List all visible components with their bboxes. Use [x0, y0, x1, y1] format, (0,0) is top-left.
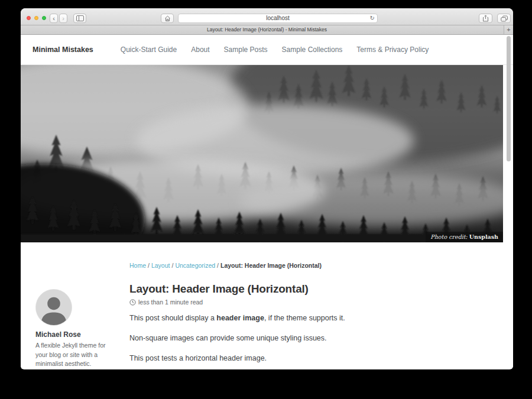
nav-link-about[interactable]: About [191, 46, 209, 54]
nav-link-terms-privacy-policy[interactable]: Terms & Privacy Policy [356, 46, 429, 54]
sidebar-toggle-button[interactable] [73, 14, 86, 23]
breadcrumb-separator: / [148, 262, 150, 269]
nav-link-sample-collections[interactable]: Sample Collections [282, 46, 343, 54]
show-tabs-button[interactable] [497, 14, 511, 23]
site-masthead: Minimal Mistakes Quick-Start Guide About… [21, 35, 513, 65]
photo-credit: Photo credit: Unsplash [426, 232, 503, 242]
forward-icon: › [62, 15, 64, 22]
scrollbar-thumb[interactable] [507, 36, 511, 161]
paragraph-text: , if the theme supports it. [264, 314, 345, 322]
address-bar[interactable]: localhost ↻ [178, 14, 378, 23]
foggy-forest-illustration [21, 65, 503, 242]
post-title: Layout: Header Image (Horizontal) [129, 282, 501, 296]
header-image: Photo credit: Unsplash [21, 65, 503, 242]
read-time: less than 1 minute read [138, 299, 203, 306]
tabs-icon [501, 15, 508, 22]
active-tab[interactable]: Layout: Header Image (Horizontal) - Mini… [21, 25, 513, 34]
back-icon: ‹ [53, 15, 55, 22]
back-button[interactable]: ‹ [50, 14, 58, 23]
nav-link-quick-start-guide[interactable]: Quick-Start Guide [121, 46, 177, 54]
address-text: localhost [266, 15, 289, 21]
paragraph-text: This post should display a [129, 314, 216, 322]
site-title-link[interactable]: Minimal Mistakes [33, 46, 93, 54]
paragraph-bold-text: header image [216, 314, 264, 322]
post-paragraph-2: Non-square images can provide some uniqu… [129, 333, 501, 343]
post-paragraph-3: This post tests a horizontal header imag… [129, 353, 501, 363]
browser-window: ‹ › localhost ↻ [21, 8, 513, 369]
post-meta: less than 1 minute read [129, 299, 501, 306]
breadcrumb: Home/Layout/Uncategorized/Layout: Header… [129, 262, 501, 269]
site-nav: Quick-Start Guide About Sample Posts Sam… [121, 46, 429, 54]
nav-link-sample-posts[interactable]: Sample Posts [224, 46, 268, 54]
breadcrumb-link-home[interactable]: Home [129, 262, 146, 269]
share-button[interactable] [479, 14, 492, 23]
new-tab-button[interactable]: + [504, 25, 513, 34]
clock-icon [129, 299, 136, 306]
home-button[interactable] [161, 14, 174, 23]
photo-credit-source-link[interactable]: Unsplash [469, 233, 498, 240]
minimize-window-button[interactable] [34, 16, 38, 20]
author-bio: A flexible Jekyll theme for your blog or… [35, 341, 113, 369]
zoom-window-button[interactable] [42, 16, 46, 20]
person-silhouette-icon [36, 290, 72, 325]
post-article: Home/Layout/Uncategorized/Layout: Header… [129, 262, 501, 369]
sidebar-icon [76, 15, 84, 21]
post-paragraph-1: This post should display a header image,… [129, 313, 501, 323]
forward-button[interactable]: › [59, 14, 67, 23]
reload-button[interactable]: ↻ [370, 14, 375, 22]
desktop: { "browser": { "address": "localhost", "… [0, 0, 532, 399]
photo-credit-label: Photo credit: [430, 233, 469, 240]
breadcrumb-separator: / [171, 262, 173, 269]
author-sidebar: Michael Rose A flexible Jekyll theme for… [35, 262, 129, 369]
author-name: Michael Rose [35, 330, 129, 339]
close-window-button[interactable] [27, 16, 31, 20]
window-controls [27, 16, 46, 20]
tab-bar: Layout: Header Image (Horizontal) - Mini… [21, 25, 513, 35]
breadcrumb-separator: / [217, 262, 219, 269]
browser-toolbar: ‹ › localhost ↻ [21, 8, 513, 25]
breadcrumb-current: Layout: Header Image (Horizontal) [220, 262, 322, 269]
breadcrumb-link-layout[interactable]: Layout [151, 262, 170, 269]
breadcrumb-link-uncategorized[interactable]: Uncategorized [175, 262, 215, 269]
share-icon [482, 15, 489, 22]
page-viewport: Minimal Mistakes Quick-Start Guide About… [21, 35, 513, 369]
author-avatar [35, 289, 72, 326]
page-content: Michael Rose A flexible Jekyll theme for… [21, 242, 513, 369]
home-icon [164, 15, 171, 22]
